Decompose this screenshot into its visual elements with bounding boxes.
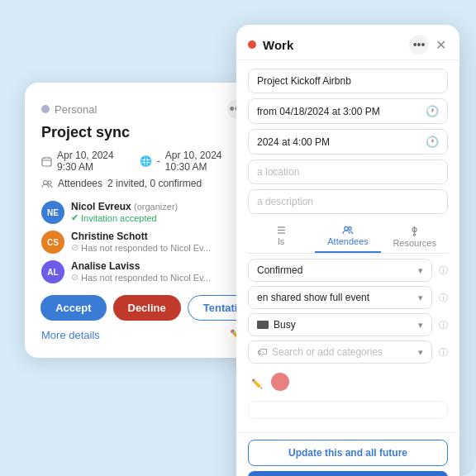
avatar-initials: NE xyxy=(47,208,59,217)
list-icon xyxy=(276,226,287,235)
svg-point-11 xyxy=(413,234,415,236)
check-icon: ✔ xyxy=(71,212,79,223)
confirmed-value: Confirmed xyxy=(257,264,302,276)
work-close-button[interactable]: ✕ xyxy=(434,36,448,55)
work-more-options-button[interactable]: ••• xyxy=(409,35,429,55)
info-icon-4: ⓘ xyxy=(439,346,448,359)
avatar: CS xyxy=(41,231,64,254)
update-all-future-button[interactable]: Update this and all future xyxy=(248,440,448,466)
color-picker-row: ✏️ xyxy=(248,368,448,401)
svg-point-10 xyxy=(349,227,352,231)
attendees-summary-row: Attendees 2 invited, 0 confirmed xyxy=(41,178,264,189)
busy-dropdown-content: Busy xyxy=(257,319,296,331)
event-end-time: Apr 10, 2024 10:30 AM xyxy=(165,150,247,173)
tab-attendees-label: Attendees xyxy=(327,236,369,246)
svg-point-5 xyxy=(48,181,51,184)
tab-resources[interactable]: Resources xyxy=(381,221,448,253)
date-from-value: from 04/18/2024 at 3:00 PM xyxy=(257,106,380,117)
close-icon: ✕ xyxy=(436,37,446,53)
tab-details-label: ls xyxy=(278,236,284,246)
avatar: NE xyxy=(41,201,64,224)
attendee-item: NE Nicol Evreux (organizer) ✔ Invitation… xyxy=(41,201,264,224)
attendees-tab-icon xyxy=(342,226,354,235)
attendee-status: ⊘ Has not responded to Nicol Ev... xyxy=(71,242,264,253)
avatar-initials: CS xyxy=(47,238,59,247)
attendee-status: ✔ Invitation accepted xyxy=(71,212,264,223)
attendee-name: Nicol Evreux (organizer) xyxy=(71,201,264,212)
update-occurrence-button[interactable]: Update this occurrence xyxy=(248,471,448,476)
globe-icon-1: 🌐 xyxy=(140,155,152,167)
work-tabs: ls Attendees Resources xyxy=(248,221,448,254)
more-details-link[interactable]: More details xyxy=(41,329,100,341)
attendee-info: Christine Schott ⊘ Has not responded to … xyxy=(71,231,264,253)
tag-icon: 🏷 xyxy=(257,346,267,358)
chevron-down-icon-3: ▾ xyxy=(418,320,423,331)
attendee-info: Analise Laviss ⊘ Has not responded to Ni… xyxy=(71,260,264,283)
busy-icon xyxy=(257,321,269,329)
attendee-status: ⊘ Has not responded to Nicol Ev... xyxy=(71,272,264,283)
event-name-value: Project Kickoff Airbnb xyxy=(257,75,351,87)
confirmed-dropdown[interactable]: Confirmed ▾ xyxy=(248,259,432,282)
clock-icon-2: 🕐 xyxy=(426,136,439,148)
event-color-picker[interactable] xyxy=(271,373,289,391)
event-name-field[interactable]: Project Kickoff Airbnb xyxy=(248,69,448,93)
work-event-card: Work ••• ✕ Project Kickoff Airbnb from 0… xyxy=(236,25,459,476)
confirmed-dropdown-row: Confirmed ▾ ⓘ xyxy=(248,259,448,282)
additional-field[interactable] xyxy=(248,401,448,419)
calendar-color-dot xyxy=(41,105,50,113)
attendees-label: Attendees xyxy=(58,178,102,189)
description-placeholder: a description xyxy=(257,196,313,207)
date-to-field[interactable]: 2024 at 4:00 PM 🕐 xyxy=(248,129,448,155)
tab-attendees[interactable]: Attendees xyxy=(315,221,382,253)
attendees-icon xyxy=(41,179,53,188)
chevron-down-icon-4: ▾ xyxy=(418,347,423,358)
info-icon-3: ⓘ xyxy=(439,319,448,331)
work-card-header: Work ••• ✕ xyxy=(236,25,459,60)
categories-dropdown-content: 🏷 Search or add categories xyxy=(257,346,383,358)
date-to-value: 2024 at 4:00 PM xyxy=(257,136,330,148)
attendee-info: Nicol Evreux (organizer) ✔ Invitation ac… xyxy=(71,201,264,223)
avatar-initials: AL xyxy=(47,268,58,277)
busy-dropdown-row: Busy ▾ ⓘ xyxy=(248,313,448,336)
busy-dropdown[interactable]: Busy ▾ xyxy=(248,313,432,336)
shared-dropdown[interactable]: en shared show full event ▾ xyxy=(248,286,432,309)
chevron-down-icon: ▾ xyxy=(418,265,423,276)
personal-event-title: Project sync xyxy=(41,124,264,141)
calendar-label: Personal xyxy=(41,103,97,116)
work-header-actions: ••• ✕ xyxy=(409,35,448,55)
work-card-title: Work xyxy=(263,38,402,52)
busy-value: Busy xyxy=(274,319,296,331)
tab-details[interactable]: ls xyxy=(248,221,315,253)
categories-dropdown[interactable]: 🏷 Search or add categories ▾ xyxy=(248,340,432,364)
shared-value: en shared show full event xyxy=(257,292,369,303)
work-card-body: Project Kickoff Airbnb from 04/18/2024 a… xyxy=(236,60,459,432)
attendee-item: AL Analise Laviss ⊘ Has not responded to… xyxy=(41,260,264,283)
tab-resources-label: Resources xyxy=(393,238,436,248)
calendar-icon xyxy=(41,156,52,167)
personal-card-header: Personal ••• ✕ xyxy=(41,99,264,119)
date-from-field[interactable]: from 04/18/2024 at 3:00 PM 🕐 xyxy=(248,98,448,124)
info-icon: ⓘ xyxy=(439,264,448,277)
info-icon-2: ⓘ xyxy=(439,292,448,304)
categories-dropdown-row: 🏷 Search or add categories ▾ ⓘ xyxy=(248,340,448,364)
location-field[interactable]: a location xyxy=(248,159,448,184)
shared-dropdown-row: en shared show full event ▾ ⓘ xyxy=(248,286,448,309)
pencil-icon-2: ✏️ xyxy=(251,378,263,389)
description-field[interactable]: a description xyxy=(248,189,448,214)
more-edit-row: More details ✏️ Edit xyxy=(41,329,264,341)
svg-point-9 xyxy=(345,226,348,230)
clock-icon: 🕐 xyxy=(426,105,439,117)
organizer-label: (organizer) xyxy=(134,202,178,212)
svg-rect-0 xyxy=(42,158,51,166)
calendar-name: Personal xyxy=(55,103,97,116)
dots-icon: ••• xyxy=(413,38,426,51)
categories-placeholder: Search or add categories xyxy=(272,346,383,358)
chevron-down-icon-2: ▾ xyxy=(418,293,423,303)
attendee-name: Christine Schott xyxy=(71,231,264,242)
accept-button[interactable]: Accept xyxy=(40,295,106,321)
work-card-footer: Update this and all future Update this o… xyxy=(236,432,459,476)
attendees-count: 2 invited, 0 confirmed xyxy=(107,178,202,189)
attendee-item: CS Christine Schott ⊘ Has not responded … xyxy=(41,231,264,254)
location-placeholder: a location xyxy=(257,166,299,178)
decline-button[interactable]: Decline xyxy=(113,295,181,321)
